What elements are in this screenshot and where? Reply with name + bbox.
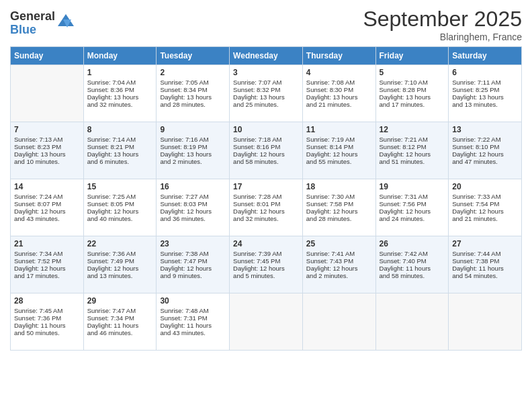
calendar-cell: 21Sunrise: 7:34 AMSunset: 7:52 PMDayligh… [11, 236, 84, 293]
day-info-line: Sunset: 8:25 PM [452, 86, 518, 93]
day-info-line: and 36 minutes. [160, 215, 226, 222]
day-info-line: Daylight: 13 hours [14, 150, 80, 158]
day-info-line: Daylight: 13 hours [233, 93, 299, 101]
day-number: 24 [233, 239, 299, 248]
calendar-cell: 23Sunrise: 7:38 AMSunset: 7:47 PMDayligh… [157, 236, 230, 293]
day-number: 14 [14, 182, 80, 191]
day-info-line: Sunset: 7:45 PM [233, 257, 299, 265]
day-info-line: Daylight: 12 hours [233, 265, 299, 272]
day-info-line: Sunrise: 7:16 AM [160, 136, 226, 143]
day-info-line: and 54 minutes. [452, 272, 518, 279]
day-info-line: Sunset: 8:03 PM [160, 200, 226, 208]
day-of-week-friday: Friday [375, 47, 449, 65]
calendar-cell: 9Sunrise: 7:16 AMSunset: 8:19 PMDaylight… [157, 122, 230, 179]
day-info-line: Sunset: 7:54 PM [452, 200, 518, 208]
calendar-cell: 24Sunrise: 7:39 AMSunset: 7:45 PMDayligh… [230, 236, 303, 293]
day-info-line: Daylight: 12 hours [452, 208, 518, 215]
day-info-line: Daylight: 13 hours [306, 93, 372, 101]
page-header: General Blue September 2025 Blaringhem, … [10, 7, 522, 42]
day-number: 23 [160, 239, 226, 248]
day-number: 29 [87, 296, 153, 306]
day-info-line: Sunset: 7:31 PM [160, 314, 226, 322]
day-info-line: Daylight: 12 hours [233, 150, 299, 158]
day-info-line: Daylight: 13 hours [452, 93, 518, 101]
logo-general-text: General [10, 10, 55, 24]
day-number: 20 [452, 182, 518, 191]
calendar-cell: 7Sunrise: 7:13 AMSunset: 8:23 PMDaylight… [11, 122, 84, 179]
day-info-line: Sunset: 8:36 PM [87, 86, 153, 93]
day-number: 12 [380, 125, 445, 134]
calendar-cell: 10Sunrise: 7:18 AMSunset: 8:16 PMDayligh… [230, 122, 303, 179]
day-info-line: Sunrise: 7:41 AM [306, 250, 372, 257]
day-info-line: Daylight: 12 hours [14, 265, 80, 272]
day-info-line: and 40 minutes. [87, 215, 153, 222]
day-info-line: Sunset: 8:12 PM [380, 143, 445, 150]
day-info-line: and 2 minutes. [306, 272, 372, 279]
day-number: 1 [87, 68, 153, 77]
day-number: 26 [380, 239, 445, 248]
day-number: 27 [452, 239, 518, 248]
day-info-line: and 21 minutes. [452, 215, 518, 222]
day-info-line: and 51 minutes. [380, 158, 445, 165]
day-number: 28 [14, 296, 80, 306]
day-info-line: and 58 minutes. [233, 158, 299, 165]
day-info-line: Daylight: 11 hours [380, 265, 445, 272]
day-info-line: and 2 minutes. [160, 158, 226, 165]
calendar-cell: 6Sunrise: 7:11 AMSunset: 8:25 PMDaylight… [449, 65, 522, 122]
calendar-table: SundayMondayTuesdayWednesdayThursdayFrid… [10, 46, 522, 351]
day-info-line: Daylight: 11 hours [87, 322, 153, 329]
day-info-line: and 47 minutes. [452, 158, 518, 165]
day-info-line: Sunrise: 7:31 AM [380, 193, 445, 200]
calendar-cell: 20Sunrise: 7:33 AMSunset: 7:54 PMDayligh… [449, 179, 522, 236]
day-number: 4 [306, 68, 372, 77]
day-info-line: and 28 minutes. [160, 101, 226, 108]
week-row: 28Sunrise: 7:45 AMSunset: 7:36 PMDayligh… [11, 293, 522, 351]
day-info-line: and 24 minutes. [380, 215, 445, 222]
day-info-line: and 25 minutes. [233, 101, 299, 108]
calendar-cell [449, 293, 522, 351]
day-info-line: Daylight: 12 hours [14, 208, 80, 215]
day-info-line: Sunrise: 7:30 AM [306, 193, 372, 200]
day-info-line: and 32 minutes. [233, 215, 299, 222]
calendar-cell [11, 65, 84, 122]
day-info-line: Sunrise: 7:39 AM [233, 250, 299, 257]
day-info-line: and 46 minutes. [87, 329, 153, 336]
day-info-line: and 50 minutes. [14, 329, 80, 336]
day-info-line: Sunset: 8:10 PM [452, 143, 518, 150]
day-number: 19 [380, 182, 445, 191]
day-info-line: Daylight: 12 hours [452, 150, 518, 158]
day-info-line: Sunset: 7:38 PM [452, 257, 518, 265]
week-row: 21Sunrise: 7:34 AMSunset: 7:52 PMDayligh… [11, 236, 522, 293]
day-info-line: and 17 minutes. [380, 101, 445, 108]
day-info-line: Sunset: 8:16 PM [233, 143, 299, 150]
day-info-line: Sunset: 7:52 PM [14, 257, 80, 265]
day-number: 25 [306, 239, 372, 248]
day-info-line: Sunrise: 7:11 AM [452, 79, 518, 86]
day-number: 16 [160, 182, 226, 191]
day-info-line: Sunset: 7:47 PM [160, 257, 226, 265]
day-info-line: Sunset: 7:40 PM [380, 257, 445, 265]
day-number: 9 [160, 125, 226, 134]
day-info-line: Daylight: 12 hours [87, 265, 153, 272]
calendar-cell: 16Sunrise: 7:27 AMSunset: 8:03 PMDayligh… [157, 179, 230, 236]
calendar-cell: 3Sunrise: 7:07 AMSunset: 8:32 PMDaylight… [230, 65, 303, 122]
day-info-line: Sunrise: 7:47 AM [87, 307, 153, 314]
calendar-cell: 27Sunrise: 7:44 AMSunset: 7:38 PMDayligh… [449, 236, 522, 293]
day-info-line: Sunrise: 7:10 AM [380, 79, 445, 86]
day-number: 10 [233, 125, 299, 134]
day-info-line: and 43 minutes. [14, 215, 80, 222]
day-number: 2 [160, 68, 226, 77]
calendar-cell: 1Sunrise: 7:04 AMSunset: 8:36 PMDaylight… [83, 65, 157, 122]
day-info-line: Sunset: 8:07 PM [14, 200, 80, 208]
day-info-line: and 32 minutes. [87, 101, 153, 108]
day-of-week-thursday: Thursday [302, 47, 375, 65]
calendar-cell: 19Sunrise: 7:31 AMSunset: 7:56 PMDayligh… [375, 179, 449, 236]
day-info-line: Daylight: 13 hours [380, 93, 445, 101]
calendar-cell: 12Sunrise: 7:21 AMSunset: 8:12 PMDayligh… [375, 122, 449, 179]
day-info-line: Sunrise: 7:33 AM [452, 193, 518, 200]
day-of-week-saturday: Saturday [449, 47, 522, 65]
day-info-line: Sunrise: 7:18 AM [233, 136, 299, 143]
week-row: 14Sunrise: 7:24 AMSunset: 8:07 PMDayligh… [11, 179, 522, 236]
day-info-line: Sunset: 8:34 PM [160, 86, 226, 93]
day-info-line: Sunset: 7:43 PM [306, 257, 372, 265]
